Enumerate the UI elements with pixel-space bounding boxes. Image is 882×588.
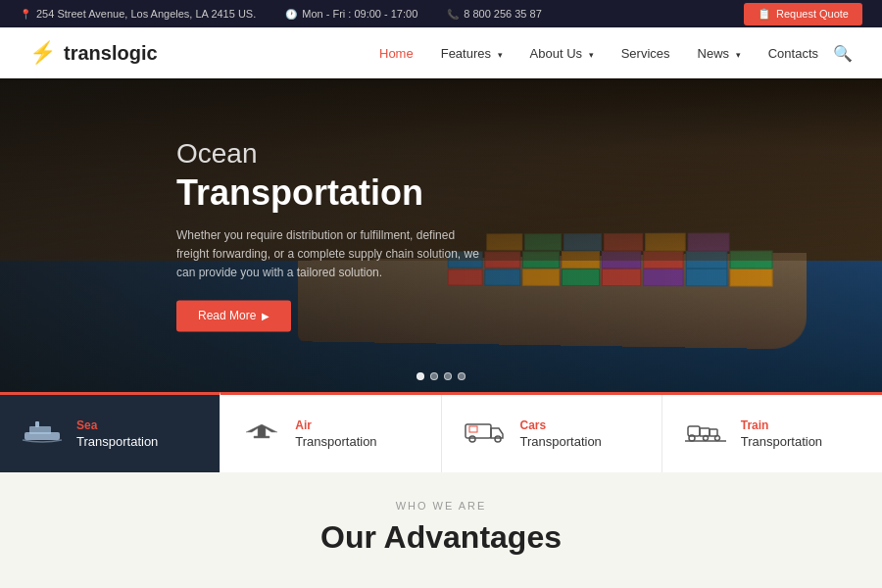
hero-content: Ocean Transportation Whether you require… <box>176 138 490 331</box>
svg-rect-2 <box>35 421 39 427</box>
sea-label: Transportation <box>76 434 158 449</box>
air-type: Air <box>295 418 376 432</box>
hero-cta-button[interactable]: Read More ▶ <box>176 301 291 332</box>
svg-rect-8 <box>700 428 710 436</box>
svg-point-4 <box>469 436 475 442</box>
svg-point-12 <box>714 436 719 441</box>
chevron-down-icon: ▾ <box>589 50 594 60</box>
svg-point-11 <box>703 436 708 441</box>
topbar-phone: 📞 8 800 256 35 87 <box>447 8 542 20</box>
hero-section: Ocean Transportation Whether you require… <box>0 78 882 392</box>
sea-icon <box>22 415 63 453</box>
dot-3[interactable] <box>444 372 452 380</box>
sea-card-text: Sea Transportation <box>76 418 158 450</box>
train-type: Train <box>741 418 822 432</box>
hero-title: Transportation <box>176 173 490 213</box>
who-we-are-tag: WHO WE ARE <box>20 500 862 512</box>
logo-text: translogic <box>64 42 158 65</box>
chevron-down-icon: ▾ <box>736 50 741 60</box>
cars-type: Cars <box>520 418 602 432</box>
truck-icon <box>464 415 507 453</box>
nav-item-about[interactable]: About Us ▾ <box>530 46 594 61</box>
svg-rect-9 <box>710 429 717 436</box>
transport-cards: Sea Transportation Air Transportation Ca <box>0 392 882 472</box>
train-transport-card[interactable]: Train Transportation <box>662 395 882 472</box>
cars-transport-card[interactable]: Cars Transportation <box>442 395 662 472</box>
chevron-down-icon: ▾ <box>498 50 503 60</box>
search-icon[interactable]: 🔍 <box>833 44 853 63</box>
logo-icon: ⚡ <box>29 40 56 66</box>
svg-point-5 <box>495 436 501 442</box>
hero-dots <box>416 372 466 380</box>
cars-label: Transportation <box>520 434 602 449</box>
topbar-hours: 🕐 Mon - Fri : 09:00 - 17:00 <box>285 8 417 20</box>
read-more-label: Read More <box>198 310 256 323</box>
phone-text: 8 800 256 35 87 <box>464 8 542 20</box>
hero-subtitle: Ocean <box>176 138 490 170</box>
svg-rect-7 <box>688 426 700 436</box>
air-card-text: Air Transportation <box>295 418 376 450</box>
who-we-are-section: WHO WE ARE Our Advantages <box>0 472 882 565</box>
air-transport-card[interactable]: Air Transportation <box>220 395 441 472</box>
location-icon: 📍 <box>20 9 31 20</box>
request-quote-label: Request Quote <box>776 8 849 20</box>
nav-item-services[interactable]: Services <box>621 46 670 61</box>
train-icon <box>684 415 727 453</box>
phone-icon: 📞 <box>447 9 459 20</box>
train-label: Transportation <box>741 434 822 449</box>
logo[interactable]: ⚡ translogic <box>29 40 158 66</box>
sea-type: Sea <box>76 418 158 432</box>
hours-text: Mon - Fri : 09:00 - 17:00 <box>302 8 417 20</box>
quote-icon: 📋 <box>758 8 771 21</box>
dot-4[interactable] <box>458 372 466 380</box>
nav-link-news[interactable]: News ▾ <box>698 46 741 61</box>
nav-link-about[interactable]: About Us ▾ <box>530 46 594 61</box>
dot-1[interactable] <box>416 372 424 380</box>
sea-transport-card[interactable]: Sea Transportation <box>0 392 220 472</box>
svg-rect-6 <box>469 426 477 432</box>
navbar: ⚡ translogic Home Features ▾ About Us ▾ … <box>0 27 882 78</box>
train-card-text: Train Transportation <box>741 418 822 450</box>
nav-link-features[interactable]: Features ▾ <box>441 46 503 61</box>
air-icon <box>242 415 281 453</box>
air-label: Transportation <box>295 434 376 449</box>
nav-menu: Home Features ▾ About Us ▾ Services News… <box>379 46 818 61</box>
address-text: 254 Street Avenue, Los Angeles, LA 2415 … <box>36 8 256 20</box>
our-advantages-title: Our Advantages <box>20 519 862 556</box>
topbar: 📍 254 Street Avenue, Los Angeles, LA 241… <box>0 0 882 27</box>
arrow-right-icon: ▶ <box>262 311 270 321</box>
nav-item-contacts[interactable]: Contacts <box>768 46 818 61</box>
nav-item-features[interactable]: Features ▾ <box>441 46 503 61</box>
nav-item-home[interactable]: Home <box>379 46 414 61</box>
svg-rect-1 <box>29 426 51 434</box>
topbar-address: 📍 254 Street Avenue, Los Angeles, LA 241… <box>20 8 256 20</box>
nav-item-news[interactable]: News ▾ <box>698 46 741 61</box>
nav-link-contacts[interactable]: Contacts <box>768 46 818 61</box>
request-quote-button[interactable]: 📋 Request Quote <box>744 3 862 25</box>
cars-card-text: Cars Transportation <box>520 418 602 450</box>
nav-link-services[interactable]: Services <box>621 46 670 61</box>
nav-link-home[interactable]: Home <box>379 46 414 61</box>
hero-description: Whether you require distribution or fulf… <box>176 226 490 283</box>
dot-2[interactable] <box>430 372 438 380</box>
clock-icon: 🕐 <box>285 9 297 20</box>
